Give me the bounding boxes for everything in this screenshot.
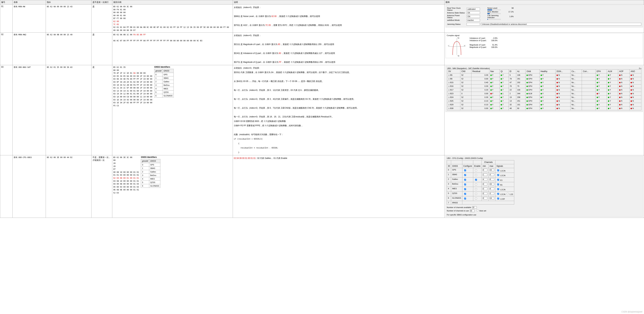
row-desc: 02 04 08 00 01 00 01 01 : 02 代表 Galileo，… [233,155,444,218]
sat-row: ◇ B2952-0.10 Y 732161 EPH Y NNo... Y Y N… [447,103,641,107]
sat-row: ◇ B16520.30 Y 77879 EPH Y NNo... Y Y N N [447,84,641,88]
max-input[interactable] [490,169,494,171]
nav-sat-legend: UBX - NAV (Navigation) - SAT (Satellite … [446,66,643,112]
channels-use[interactable] [470,210,474,212]
sat-row: ◇ B17520.20 Y 722100 EPH Y NNo... Y Y N … [447,88,641,92]
max-input[interactable] [490,183,494,186]
enable-checkbox[interactable] [475,184,477,186]
sat-row: ◇ B2552-0.10 Y 713251 EPH Y NNo... Y Y N… [447,99,641,103]
gnss-id-row: 4IMES [154,87,174,90]
sat-row: ◇ B5520.30 Y 75106 EPH Y NNo... Y Y N N [447,74,641,77]
enable-checkbox[interactable] [475,179,477,181]
signal-checkbox[interactable] [497,188,499,190]
signal2-checkbox[interactable] [507,193,508,195]
gnss-id-row: 1SBAS [154,76,174,80]
configure-checkbox[interactable] [464,179,466,181]
signal-checkbox[interactable] [497,174,499,176]
svg-text:+Q: +Q [457,37,459,39]
row-name: 查询 UBX-NAV-SAT [12,65,46,155]
auto-set-checkbox[interactable] [476,210,478,211]
gnss-id-row: 5QZSS [154,90,174,94]
configure-checkbox[interactable] [464,184,466,186]
row-name: 查询 MON-HW [12,4,46,32]
enable-checkbox[interactable] [475,198,477,200]
row-legend: Real Time Clock Status:calibrated Antenn… [444,4,644,32]
row-cmd: B5 62 01 35 00 00 36 A3 [46,65,92,155]
gnss-id-row: 4IMES [141,177,160,180]
configure-checkbox[interactable] [464,188,466,190]
max-input[interactable] [490,174,494,176]
row-hex: B5 62 01 35 80 00 70 4F 1F 1C 1E 01 0A 0… [112,65,233,155]
table-row: 03 查询 UBX-NAV-SAT B5 62 01 35 00 00 36 A… [0,65,644,155]
signal-checkbox[interactable] [497,170,499,171]
max-input[interactable] [490,178,494,181]
enable-checkbox[interactable] [475,170,477,171]
min-input[interactable] [483,169,487,171]
row-once: 不是，需要发一次，才能返回一次 [92,155,112,218]
table-row: 查询 UBX-CFG-GNSS B5 62 06 3E 00 00 44 D2 … [0,155,644,218]
min-input[interactable] [483,192,487,195]
cfg-row: 6GLONASS L1OF [447,196,514,201]
max-input[interactable] [490,192,494,195]
gnss-id-row: 1SBAS [141,166,160,170]
row-legend: UBX - CFG (Config) - GNSS (GNSS Config)C… [444,155,644,218]
gnss-id-row: 0GPS [154,73,174,76]
gnss-id-row: 3BeiDou [154,84,174,87]
complex-signal-plot: +Q+I −I−Q [447,36,467,56]
configure-checkbox[interactable] [464,193,466,195]
row-desc: 从初始位（index=0）开始算：第21位 是 Magnitude of I-p… [233,32,444,65]
col-hex: 返回示例 [112,0,233,4]
sat-row: ◇ B2300.00 Y 12344 ALM Y NNo... Y Y N N [447,92,641,96]
min-input[interactable] [483,188,487,190]
min-input[interactable] [483,197,487,200]
cfg-row: 4IMES L1C/A [447,187,514,192]
signal-checkbox[interactable] [497,179,499,181]
row-name: 查询 UBX-CFG-GNSS [12,155,46,218]
gnss-id-row: 6GLONASS [154,94,174,98]
svg-text:+I: +I [464,45,465,46]
row-hex: B5 62 06 3E 3C 00 00 20 20 07 00 08 10 0… [112,155,233,218]
row-hex: B5 62 0A 0B 1C 00 FA 85 80 FF66 0C 07 00… [112,32,233,65]
table-row: 02 查询 MON-HW2 B5 62 0A 0B 00 00 15 49 是 … [0,32,644,65]
enable-checkbox[interactable] [475,188,477,190]
max-input[interactable] [490,188,494,190]
row-cmd: B5 62 0A 09 00 00 13 43 [46,4,92,32]
configure-checkbox[interactable] [464,198,466,200]
row-legend: UBX - NAV (Navigation) - SAT (Satellite … [444,65,644,155]
max-input[interactable] [490,197,494,200]
row-id [0,155,12,218]
row-cmd: B5 62 0A 0B 00 00 15 49 [46,32,92,65]
svg-text:−Q: −Q [457,55,459,56]
row-id: 02 [0,32,12,65]
row-once: 是 [92,32,112,65]
min-input[interactable] [483,178,487,181]
main-table: 编号 名称 指令 是不是发一次就行 返回示例 说明 图例 01 查询 MON-H… [0,0,644,218]
signal-checkbox[interactable] [497,193,499,195]
channels-available [472,206,477,209]
gnss-id-row: 6GLONASS [141,184,160,188]
enable-checkbox[interactable] [475,174,477,176]
svg-text:−I: −I [448,45,449,46]
sat-row: ◇ B30520.00 Y 74890 EPH Y NNo... Y Y N N [447,107,641,110]
signal-checkbox[interactable] [497,184,499,186]
col-id: 编号 [0,0,12,4]
gnss-id-row: 5QZSS [141,180,160,184]
cfg-row: 1SBAS L1C/A [447,172,514,177]
cfg-row: 0GPS L1C/A [447,168,514,172]
table-row: 01 查询 MON-HW B5 62 0A 09 00 00 13 43 是 B… [0,4,644,32]
min-input[interactable] [483,183,487,186]
sat-row: ◇ B15520.40 Y 747292 EPH Y NNo... Y Y N … [447,81,641,84]
mon-hw-legend: Real Time Clock Status:calibrated Antenn… [446,5,643,27]
cfg-row: 2Galileo E1 [447,177,514,182]
row-name: 查询 MON-HW2 [12,32,46,65]
configure-checkbox[interactable] [464,170,466,171]
col-name: 名称 [12,0,46,4]
min-input[interactable] [483,174,487,176]
row-desc: 从初始位（index=0）开始算:第33位 代表 卫星数量，在 示例中 显示为 … [233,65,444,155]
row-id: 01 [0,4,12,32]
configure-checkbox[interactable] [464,174,466,176]
gnss-id-row: 2Galileo [141,170,160,174]
row-once: 是 [92,4,112,32]
signal-checkbox[interactable] [497,198,499,200]
enable-checkbox[interactable] [475,193,477,195]
